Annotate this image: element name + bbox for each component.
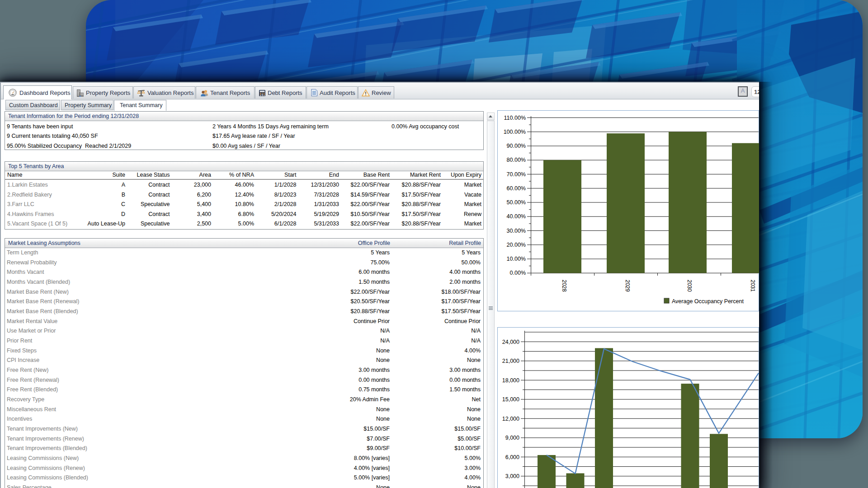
svg-text:70.00%: 70.00% [507, 171, 526, 178]
svg-text:20.00%: 20.00% [507, 242, 526, 248]
svg-text:2029: 2029 [624, 280, 631, 292]
svg-text:30.00%: 30.00% [507, 228, 526, 234]
svg-text:50.00%: 50.00% [507, 199, 526, 206]
svg-text:3,000: 3,000 [505, 473, 519, 479]
svg-text:80.00%: 80.00% [507, 157, 526, 163]
svg-text:60.00%: 60.00% [507, 185, 526, 192]
svg-text:12,000: 12,000 [502, 416, 519, 422]
svg-text:2028: 2028 [561, 280, 567, 292]
svg-text:Average Occupancy Percent: Average Occupancy Percent [672, 298, 744, 305]
svg-text:24,000: 24,000 [502, 339, 519, 345]
svg-text:2030: 2030 [686, 280, 693, 292]
svg-text:18,000: 18,000 [502, 377, 519, 384]
svg-text:9,000: 9,000 [505, 435, 519, 441]
svg-text:15,000: 15,000 [502, 396, 519, 403]
svg-text:10.00%: 10.00% [507, 256, 526, 262]
svg-text:0.00%: 0.00% [510, 270, 526, 276]
svg-text:110.00%: 110.00% [504, 115, 526, 121]
svg-text:21,000: 21,000 [502, 358, 519, 364]
svg-text:2031: 2031 [750, 280, 756, 292]
svg-text:90.00%: 90.00% [507, 143, 526, 149]
svg-text:40.00%: 40.00% [507, 213, 526, 220]
svg-text:100.00%: 100.00% [504, 129, 526, 135]
svg-text:6,000: 6,000 [505, 454, 519, 460]
